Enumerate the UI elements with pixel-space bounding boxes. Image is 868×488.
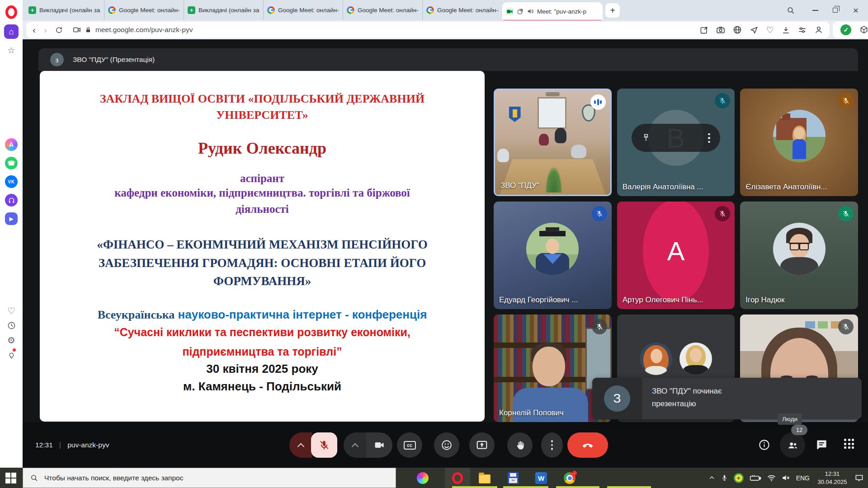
language-indicator[interactable]: ENG bbox=[796, 474, 810, 482]
avatar-monogram: А bbox=[643, 202, 709, 302]
tile-artur[interactable]: А Артур Олегович Пінь... bbox=[617, 202, 735, 309]
chrome-notification-dot bbox=[572, 471, 577, 475]
chrome-icon[interactable] bbox=[562, 470, 577, 486]
tray-expand-chevron[interactable] bbox=[708, 474, 715, 481]
favorite-heart-icon[interactable]: ♡ bbox=[766, 25, 774, 35]
room-emblem bbox=[509, 107, 521, 122]
slide-theme-2: підприємництва та торгівлі” bbox=[40, 343, 485, 361]
more-options-icon[interactable] bbox=[708, 133, 710, 143]
tab-sheets-2[interactable]: + Викладачі (онлайн занят bbox=[184, 0, 264, 20]
antivirus-icon[interactable]: + bbox=[734, 473, 744, 483]
secure-check-icon[interactable]: ✓ bbox=[840, 24, 851, 35]
more-options-button[interactable] bbox=[541, 432, 563, 458]
meeting-details-button[interactable] bbox=[758, 439, 770, 451]
raise-hand-button[interactable] bbox=[507, 432, 533, 458]
tray-mic-icon[interactable] bbox=[721, 474, 728, 481]
start-button[interactable] bbox=[5, 473, 16, 483]
tab-audio-icon[interactable] bbox=[527, 8, 534, 15]
tab-meet-3[interactable]: Google Meet: онлайн-зво bbox=[343, 0, 423, 20]
tab-label: Викладачі (онлайн занятт bbox=[39, 7, 100, 14]
camera-options-chevron[interactable] bbox=[344, 432, 366, 458]
mic-options-chevron[interactable] bbox=[289, 432, 312, 458]
wifi-icon[interactable] bbox=[767, 474, 776, 482]
player-icon[interactable] bbox=[4, 193, 19, 207]
mic-mute-button[interactable] bbox=[311, 432, 337, 458]
task-view-icon[interactable] bbox=[415, 470, 430, 486]
pin-icon[interactable] bbox=[642, 133, 651, 142]
translate-globe-icon[interactable] bbox=[733, 25, 742, 34]
reload-icon[interactable] bbox=[55, 26, 63, 34]
vk-icon[interactable]: VK bbox=[4, 174, 19, 189]
participant-grid: ЗВО "ПДУ" В Валерія Анатоліївна ... bbox=[494, 89, 858, 422]
tile-name: Валерія Анатоліївна ... bbox=[623, 183, 703, 192]
popout-icon[interactable] bbox=[517, 8, 524, 15]
settings-gear-icon[interactable]: ⚙ bbox=[4, 333, 19, 347]
battery-icon[interactable] bbox=[750, 474, 761, 482]
minimize-button[interactable] bbox=[806, 0, 825, 20]
slide-date: 30 квітня 2025 року bbox=[40, 360, 485, 378]
activities-button[interactable] bbox=[844, 439, 854, 449]
end-call-button[interactable] bbox=[567, 432, 608, 458]
room-window bbox=[538, 97, 566, 129]
browser-search-button[interactable] bbox=[781, 0, 800, 20]
camera-button[interactable] bbox=[366, 432, 392, 458]
history-clock-icon[interactable] bbox=[4, 318, 19, 333]
tile-name: Корнелій Попович bbox=[499, 408, 564, 418]
customize-sliders-icon[interactable] bbox=[798, 26, 807, 34]
mic-muted-icon bbox=[715, 206, 730, 221]
favorites-heart-icon[interactable]: ♡ bbox=[4, 304, 19, 318]
tab-meet-1[interactable]: Google Meet: онлайн-зво bbox=[104, 0, 184, 20]
opera-logo-icon[interactable] bbox=[5, 5, 17, 19]
edit-page-icon[interactable] bbox=[700, 26, 708, 34]
tile-valeria[interactable]: В Валерія Анатоліївна ... bbox=[617, 89, 735, 196]
reactions-button[interactable] bbox=[434, 432, 459, 458]
tab-active-meet[interactable]: Meet: "puv-anzk-p bbox=[502, 2, 603, 20]
word-letter: W bbox=[535, 472, 547, 484]
tile-eduard[interactable]: Едуард Георгійович ... bbox=[494, 202, 612, 309]
windows-taskbar: Чтобы начать поиск, введите здесь запрос… bbox=[0, 468, 868, 488]
floppy-app-icon[interactable]: 64 bbox=[505, 470, 521, 486]
back-icon[interactable]: ‹ bbox=[33, 24, 36, 35]
tray-clock[interactable]: 12:31 30.04.2025 bbox=[816, 470, 849, 486]
chat-button[interactable] bbox=[816, 439, 828, 451]
aria-letter: A bbox=[5, 138, 18, 151]
close-button[interactable]: × bbox=[846, 0, 865, 20]
tab-sheets-1[interactable]: + Викладачі (онлайн занятт bbox=[25, 0, 104, 20]
volume-muted-icon[interactable] bbox=[782, 474, 790, 482]
word-icon[interactable]: W bbox=[533, 470, 549, 486]
bookmarks-icon[interactable]: ☆ bbox=[4, 43, 19, 57]
captions-button[interactable]: cc bbox=[397, 432, 422, 458]
download-icon[interactable] bbox=[782, 26, 790, 34]
telegram-icon[interactable]: ▶ bbox=[4, 211, 19, 226]
headphones-glyph bbox=[5, 194, 18, 206]
snapshot-camera-icon[interactable] bbox=[716, 25, 725, 34]
forward-icon[interactable]: › bbox=[44, 24, 47, 35]
avatar-photo bbox=[773, 110, 826, 162]
file-explorer-icon[interactable] bbox=[477, 470, 492, 486]
tips-bulb-icon[interactable] bbox=[4, 348, 19, 362]
start-page-button[interactable]: ⌂ bbox=[4, 24, 19, 39]
tile-hover-controls bbox=[632, 124, 720, 152]
mic-muted-icon bbox=[838, 319, 854, 334]
aria-icon[interactable]: A bbox=[4, 137, 19, 152]
profile-person-icon[interactable] bbox=[814, 25, 823, 34]
tab-meet-4[interactable]: Google Meet: онлайн-зво bbox=[423, 0, 502, 20]
action-center-icon[interactable] bbox=[855, 474, 863, 482]
slide-theme-1: “Сучасні киклики та песпективи розвитку … bbox=[40, 324, 485, 341]
new-tab-button[interactable]: + bbox=[605, 3, 620, 18]
tab-label: Google Meet: онлайн-зво bbox=[119, 7, 180, 14]
taskbar-search[interactable]: Чтобы начать поиск, введите здесь запрос bbox=[23, 468, 396, 488]
tile-igor[interactable]: Ігор Надюк bbox=[740, 202, 858, 309]
tile-elizaveta[interactable]: Єлізавета Анатоліївн... bbox=[740, 89, 858, 196]
present-button[interactable] bbox=[469, 432, 495, 458]
opera-taskbar-icon[interactable] bbox=[450, 470, 465, 486]
flow-send-icon[interactable] bbox=[750, 25, 759, 34]
tile-zvo-pdu[interactable]: ЗВО "ПДУ" bbox=[494, 89, 612, 196]
address-bar: ‹ › meet.google.com/puv-anzk-pyv bbox=[26, 22, 830, 38]
people-button[interactable] bbox=[780, 432, 805, 458]
extensions-cube-icon[interactable] bbox=[859, 25, 868, 34]
tab-meet-2[interactable]: Google Meet: онлайн-зво bbox=[264, 0, 343, 20]
whatsapp-icon[interactable]: ☎ bbox=[4, 156, 19, 170]
url-field[interactable]: meet.google.com/puv-anzk-pyv bbox=[73, 26, 700, 34]
maximize-button[interactable] bbox=[826, 0, 844, 20]
